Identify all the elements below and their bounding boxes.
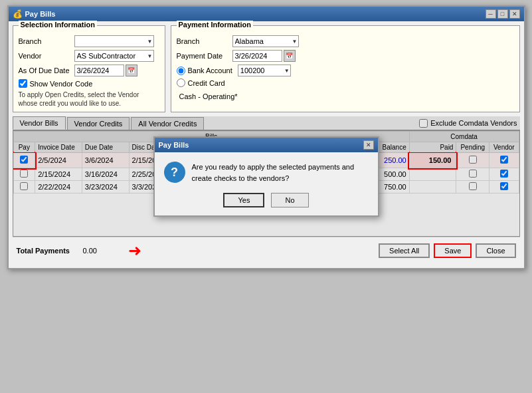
save-button[interactable]: Save xyxy=(434,243,472,258)
window-title: Pay Bills xyxy=(25,10,56,18)
close-button[interactable]: Close xyxy=(476,243,515,258)
title-bar-controls: ─ □ ✕ xyxy=(486,9,520,19)
bank-account-select[interactable]: 100200 xyxy=(238,65,291,76)
cash-label: Cash - Operating* xyxy=(179,92,238,100)
show-vendor-code-checkbox[interactable] xyxy=(19,79,27,88)
total-payments-label: Total Payments xyxy=(17,247,83,255)
bank-account-label: Bank Account xyxy=(188,66,232,74)
modal-buttons: Yes No xyxy=(155,193,378,215)
as-of-input[interactable] xyxy=(74,65,124,76)
branch-label: Branch xyxy=(19,37,72,45)
maximize-button[interactable]: □ xyxy=(497,9,508,19)
payment-date-row: Payment Date 📅 xyxy=(177,50,514,62)
payment-legend: Payment Information xyxy=(177,21,253,29)
as-of-row: As Of Due Date 📅 xyxy=(19,65,159,76)
main-content: Vendor Bills Vendor Credits All Vendor C… xyxy=(13,116,520,237)
vendor-row: Vendor AS SubContractor ▼ xyxy=(19,50,159,62)
branch-row: Branch ▼ xyxy=(19,35,159,47)
modal-no-button[interactable]: No xyxy=(271,193,308,207)
modal-body: ? Are you ready to apply the selected pa… xyxy=(155,152,378,193)
bank-account-radio-row: Bank Account 100200 ▼ xyxy=(177,65,514,76)
bank-account-radio[interactable] xyxy=(177,66,185,75)
modal-title-text: Pay Bills xyxy=(159,141,189,149)
footer-buttons: Select All Save Close xyxy=(379,243,515,258)
credit-card-label: Credit Card xyxy=(188,79,225,87)
minimize-button[interactable]: ─ xyxy=(486,9,496,19)
payment-date-input[interactable] xyxy=(232,50,282,62)
vendor-select[interactable]: AS SubContractor xyxy=(74,50,154,62)
payment-branch-select[interactable]: Alabama xyxy=(232,35,299,47)
window-body: Selection Information Branch ▼ Vendor xyxy=(9,21,524,268)
select-all-button[interactable]: Select All xyxy=(379,243,430,258)
payment-date-label: Payment Date xyxy=(177,52,230,60)
modal-message: Are you ready to apply the selected paym… xyxy=(192,162,369,184)
vendor-label: Vendor xyxy=(19,52,72,60)
show-vendor-code-row: Show Vendor Code xyxy=(19,79,159,88)
footer-section: Total Payments 0.00 ➜ Select All Save Cl… xyxy=(13,237,520,264)
as-of-label: As Of Due Date xyxy=(19,66,72,74)
modal-overlay: Pay Bills ✕ ? Are you ready to apply the… xyxy=(13,116,520,237)
window-icon: 💰 xyxy=(13,9,23,19)
payment-date-calendar-button[interactable]: 📅 xyxy=(284,50,296,62)
selection-section: Selection Information Branch ▼ Vendor xyxy=(13,25,165,112)
title-bar: 💰 Pay Bills ─ □ ✕ xyxy=(9,7,524,21)
total-payments-value: 0.00 xyxy=(83,247,123,255)
credit-card-radio-row: Credit Card xyxy=(177,78,514,87)
main-window: 💰 Pay Bills ─ □ ✕ Selection Information … xyxy=(7,5,525,269)
show-vendor-code-label: Show Vendor Code xyxy=(30,80,93,88)
as-of-calendar-button[interactable]: 📅 xyxy=(126,65,137,76)
payment-branch-label: Branch xyxy=(177,37,230,45)
pay-bills-modal: Pay Bills ✕ ? Are you ready to apply the… xyxy=(153,136,379,217)
payment-branch-row: Branch Alabama ▼ xyxy=(177,35,514,47)
open-credits-text: To apply Open Credits, select the Vendor… xyxy=(19,90,159,108)
modal-title-bar: Pay Bills ✕ xyxy=(155,138,378,152)
modal-info-icon: ? xyxy=(164,162,185,183)
modal-close-button[interactable]: ✕ xyxy=(363,140,374,150)
payment-section: Payment Information Branch Alabama ▼ Pay… xyxy=(171,25,520,112)
branch-select[interactable] xyxy=(74,35,154,47)
credit-card-radio[interactable] xyxy=(177,78,185,87)
arrow-indicator: ➜ xyxy=(128,241,141,260)
selection-legend: Selection Information xyxy=(19,21,97,29)
top-section: Selection Information Branch ▼ Vendor xyxy=(13,25,520,112)
modal-yes-button[interactable]: Yes xyxy=(223,193,264,207)
close-button[interactable]: ✕ xyxy=(509,9,520,19)
